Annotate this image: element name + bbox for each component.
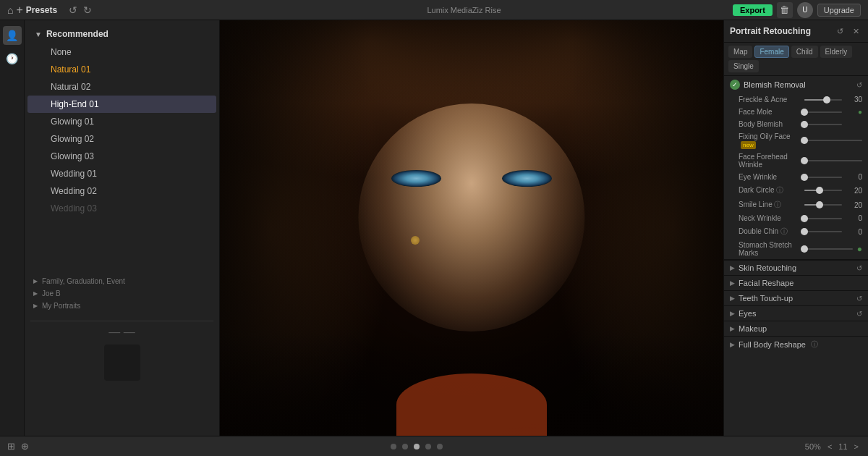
preset-item-natural01[interactable]: Natural 01 xyxy=(27,61,216,78)
smileline-slider[interactable] xyxy=(804,204,842,206)
facemole-thumb[interactable] xyxy=(801,109,808,116)
teeth-title: Teeth Touch-up xyxy=(739,294,793,303)
stretchmarks-thumb[interactable] xyxy=(801,245,808,253)
nav-dot-2[interactable] xyxy=(402,444,408,449)
top-bar-right: Export 🗑 U Upgrade xyxy=(733,2,861,18)
foreheadwrinkle-label: Face Forehead Wrinkle xyxy=(739,153,800,169)
blemish-header-left: ✓ Blemish Removal xyxy=(730,80,806,90)
window-title: Lumix MediaZiz Rise xyxy=(427,6,501,14)
stretchmarks-dot: ● xyxy=(857,244,862,254)
fullbody-info: ⓘ xyxy=(811,339,818,350)
nav-dot-5[interactable] xyxy=(437,444,443,449)
preset-item-natural02[interactable]: Natural 02 xyxy=(27,78,216,96)
eyes-reset-icon[interactable]: ↺ xyxy=(856,310,862,318)
panel-title: Portrait Retouching xyxy=(730,26,811,36)
neckwrinkle-thumb[interactable] xyxy=(801,215,808,222)
nav-dot-1[interactable] xyxy=(391,444,396,449)
bodyblemish-thumb[interactable] xyxy=(801,121,808,128)
skin-chevron-icon: ▶ xyxy=(730,264,735,271)
bottom-right: 50% < 11 > xyxy=(805,442,861,451)
teeth-icons: ↺ xyxy=(856,295,862,303)
sidebar-nav-portraits[interactable]: ▶ My Portraits xyxy=(30,300,213,312)
freckle-label: Freckle & Acne xyxy=(739,96,800,104)
preset-item-glowing01[interactable]: Glowing 01 xyxy=(27,113,216,130)
doublechin-info: ⓘ xyxy=(780,227,788,235)
preset-item-none[interactable]: None xyxy=(27,43,216,61)
eyewrinkle-slider[interactable] xyxy=(804,177,842,178)
add-icon[interactable]: + xyxy=(16,4,22,17)
sidebar-nav-joeb[interactable]: ▶ Joe B xyxy=(30,287,213,300)
darkcircle-value: 20 xyxy=(846,187,862,195)
nav-dot-4[interactable] xyxy=(425,444,431,449)
darkcircle-info: ⓘ xyxy=(776,186,783,194)
upgrade-button[interactable]: Upgrade xyxy=(817,4,861,17)
close-panel-icon[interactable]: ✕ xyxy=(849,25,862,38)
tab-single[interactable]: Single xyxy=(728,60,759,72)
eyewrinkle-thumb[interactable] xyxy=(801,174,808,181)
oilyface-slider[interactable] xyxy=(804,140,862,141)
facial-section-header[interactable]: ▶ Facial Reshape xyxy=(724,275,868,290)
undo-icon[interactable]: ↺ xyxy=(69,4,77,16)
portrait-background xyxy=(220,20,723,436)
export-button[interactable]: Export xyxy=(733,4,773,16)
facemole-slider[interactable] xyxy=(804,111,842,113)
preset-item-glowing03[interactable]: Glowing 03 xyxy=(27,148,216,165)
category-label: Recommended xyxy=(46,29,109,39)
fullbody-section-header[interactable]: ▶ Full Body Reshape ⓘ xyxy=(724,336,868,352)
preset-item-wedding01[interactable]: Wedding 01 xyxy=(27,165,216,182)
foreheadwrinkle-thumb[interactable] xyxy=(801,157,808,164)
teeth-section-header[interactable]: ▶ Teeth Touch-up ↺ xyxy=(724,290,868,305)
skin-section-header[interactable]: ▶ Skin Retouching ↺ xyxy=(724,260,868,275)
fit-icon[interactable]: ⊞ xyxy=(7,441,15,452)
doublechin-thumb[interactable] xyxy=(801,228,808,235)
nav-dot-3[interactable] xyxy=(414,444,420,449)
tab-female[interactable]: Female xyxy=(754,46,788,58)
next-page-btn[interactable]: > xyxy=(852,442,861,451)
preset-item-highend01[interactable]: High-End 01 xyxy=(27,96,216,113)
makeup-section-header[interactable]: ▶ Makeup xyxy=(724,321,868,336)
preset-item-wedding03[interactable]: Wedding 03 xyxy=(27,200,216,217)
zoom-icon[interactable]: ⊕ xyxy=(21,441,29,452)
tab-child[interactable]: Child xyxy=(791,46,818,58)
tab-elderly[interactable]: Elderly xyxy=(820,46,853,58)
bottom-left: ⊞ ⊕ xyxy=(7,441,29,452)
smileline-thumb[interactable] xyxy=(816,201,823,208)
trash-icon[interactable]: 🗑 xyxy=(777,2,793,18)
category-header[interactable]: ▼ Recommended xyxy=(25,25,219,43)
person-icon[interactable]: 👤 xyxy=(3,26,22,45)
preset-item-glowing02[interactable]: Glowing 02 xyxy=(27,130,216,148)
foreheadwrinkle-slider[interactable] xyxy=(804,160,862,161)
avatar[interactable]: U xyxy=(797,2,813,18)
top-bar-center: Lumix MediaZiz Rise xyxy=(195,6,733,14)
left-sidebar: ▼ Recommended None Natural 01 Natural 02… xyxy=(25,20,220,436)
blemish-icons: ↺ xyxy=(856,81,862,89)
reset-icon[interactable]: ↺ xyxy=(833,25,846,38)
freckle-thumb[interactable] xyxy=(823,96,830,104)
preset-item-wedding02[interactable]: Wedding 02 xyxy=(27,182,216,200)
freckle-value: 30 xyxy=(846,96,862,104)
darkcircle-thumb[interactable] xyxy=(816,187,823,194)
freckle-slider[interactable] xyxy=(804,99,842,101)
doublechin-slider[interactable] xyxy=(804,231,842,232)
tab-map[interactable]: Map xyxy=(728,46,752,58)
fullbody-title: Full Body Reshape xyxy=(739,340,806,349)
oilyface-thumb[interactable] xyxy=(801,137,808,144)
smileline-value: 20 xyxy=(846,201,862,209)
bodyblemish-slider[interactable] xyxy=(804,124,842,125)
blemish-header[interactable]: ✓ Blemish Removal ↺ xyxy=(724,76,868,93)
darkcircle-slider[interactable] xyxy=(804,190,842,191)
neckwrinkle-slider[interactable] xyxy=(804,218,842,219)
skin-reset-icon[interactable]: ↺ xyxy=(856,264,862,272)
stretchmarks-slider[interactable] xyxy=(804,248,853,250)
sidebar-nav-family[interactable]: ▶ Family, Graduation, Event xyxy=(30,275,213,287)
blemish-reset-icon[interactable]: ↺ xyxy=(856,81,862,89)
history-icon[interactable]: 🕐 xyxy=(3,49,22,68)
redo-icon[interactable]: ↻ xyxy=(83,4,92,16)
home-icon[interactable]: ⌂ xyxy=(7,4,13,16)
prev-page-btn[interactable]: < xyxy=(825,442,834,451)
eyes-section-header[interactable]: ▶ Eyes ↺ xyxy=(724,305,868,321)
blemish-toggle[interactable]: ✓ xyxy=(730,80,740,90)
teeth-reset-icon[interactable]: ↺ xyxy=(856,295,862,303)
sidebar-nav-label: Family, Graduation, Event xyxy=(42,277,125,285)
portrait-tabs: Map Female Child Elderly Single xyxy=(724,43,868,76)
